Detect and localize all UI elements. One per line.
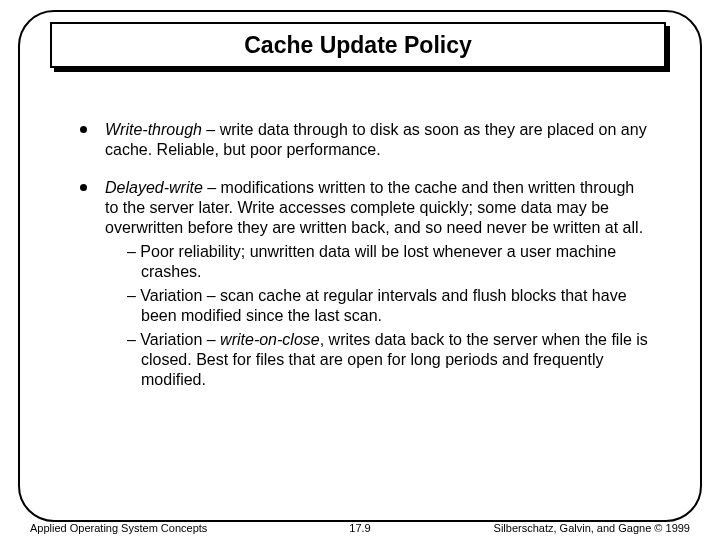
footer-right: Silberschatz, Galvin, and Gagne © 1999 — [494, 522, 690, 534]
bullet-text: Delayed-write – modifications written to… — [105, 178, 650, 390]
title-box: Cache Update Policy — [50, 22, 666, 68]
bullet-term: Write-through — [105, 121, 202, 138]
content-area: Write-through – write data through to di… — [80, 120, 650, 408]
slide-title: Cache Update Policy — [244, 32, 472, 59]
bullet-term: Delayed-write — [105, 179, 203, 196]
bullet-dot-icon — [80, 126, 87, 133]
sub-bullet: Variation – scan cache at regular interv… — [127, 286, 650, 326]
bullet-item: Delayed-write – modifications written to… — [80, 178, 650, 390]
slide: Cache Update Policy Write-through – writ… — [0, 0, 720, 540]
footer: Applied Operating System Concepts 17.9 S… — [30, 522, 690, 534]
bullet-dot-icon — [80, 184, 87, 191]
sub-bullet: Variation – write-on-close, writes data … — [127, 330, 650, 390]
bullet-item: Write-through – write data through to di… — [80, 120, 650, 160]
footer-left: Applied Operating System Concepts — [30, 522, 207, 534]
sub-bullet: Poor reliability; unwritten data will be… — [127, 242, 650, 282]
sub-term: write-on-close — [220, 331, 320, 348]
sub-pre: Variation – — [140, 331, 220, 348]
bullet-text: Write-through – write data through to di… — [105, 120, 650, 160]
